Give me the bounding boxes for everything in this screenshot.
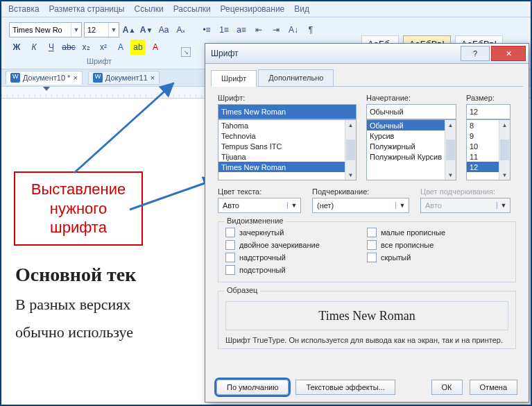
shrink-font-button[interactable]: A▼ <box>139 22 154 37</box>
close-icon[interactable]: × <box>73 74 77 82</box>
label-text-color: Цвет текста: <box>218 187 301 196</box>
chevron-down-icon[interactable]: ▼ <box>287 202 300 209</box>
ribbon-tabs: Вставка Разметка страницы Ссылки Рассылк… <box>1 1 531 17</box>
list-item[interactable]: Times New Roman <box>218 162 356 172</box>
scroll-thumb[interactable] <box>346 139 355 160</box>
sort-button[interactable]: A↓ <box>286 22 301 37</box>
ribbon-tab[interactable]: Рассылки <box>173 4 211 14</box>
checkbox-hidden[interactable]: скрытый <box>367 253 508 262</box>
checkbox-strikethrough[interactable]: зачеркнутый <box>225 228 367 237</box>
scrollbar[interactable]: ▲▼ <box>499 120 510 180</box>
decrease-indent-button[interactable]: ⇤ <box>251 22 266 37</box>
annotation-callout: Выставление нужного шрифта <box>14 171 143 246</box>
ribbon-tab[interactable]: Разметка страницы <box>49 4 125 14</box>
dialog-body: Шрифт: Times New Roman Tahoma Technovia … <box>205 87 529 356</box>
font-size-textbox[interactable]: 12 <box>466 104 510 119</box>
font-color-button[interactable]: A <box>148 40 163 55</box>
scroll-down-icon[interactable]: ▼ <box>500 170 509 180</box>
font-name-listbox[interactable]: Tahoma Technovia Tempus Sans ITC Tijuana… <box>218 119 357 180</box>
font-size-listbox[interactable]: 8 9 10 11 12 ▲▼ <box>466 119 510 180</box>
checkbox-all-caps[interactable]: все прописные <box>367 240 508 250</box>
document-tab[interactable]: Документ10 * × <box>6 71 83 85</box>
ribbon-group-font: ▼ ▼ A▲ A▼ Aa Aₓ Ж К Ч abc x₂ x² A ab <box>6 20 193 67</box>
scroll-up-icon[interactable]: ▲ <box>346 120 355 130</box>
dialog-titlebar[interactable]: Шрифт ? ✕ <box>205 44 529 64</box>
chevron-down-icon[interactable]: ▼ <box>395 202 409 209</box>
scrollbar[interactable]: ▲▼ <box>345 120 356 180</box>
superscript-button[interactable]: x² <box>96 40 111 55</box>
underline-dropdown[interactable]: (нет)▼ <box>312 198 409 213</box>
close-button[interactable]: ✕ <box>491 46 526 61</box>
highlight-button[interactable]: ab <box>130 40 146 55</box>
ribbon-tab[interactable]: Вид <box>294 4 309 14</box>
chevron-down-icon[interactable]: ▼ <box>71 23 81 37</box>
font-style-listbox[interactable]: Обычный Курсив Полужирный Полужирный Кур… <box>366 119 456 180</box>
text-effects-button[interactable]: Текстовые эффекты... <box>295 380 395 395</box>
list-item[interactable]: Tempus Sans ITC <box>218 141 356 151</box>
checkbox-double-strikethrough[interactable]: двойное зачеркивание <box>225 240 367 250</box>
scroll-down-icon[interactable]: ▼ <box>346 170 355 180</box>
help-button[interactable]: ? <box>461 46 490 61</box>
scroll-up-icon[interactable]: ▲ <box>446 120 455 130</box>
list-item[interactable]: Tijuana <box>218 151 356 162</box>
ribbon-tab[interactable]: Вставка <box>8 4 40 14</box>
scroll-thumb[interactable] <box>500 139 509 160</box>
font-name-input[interactable] <box>10 26 71 34</box>
underline-button[interactable]: Ч <box>44 40 59 55</box>
word-doc-icon <box>10 73 20 83</box>
indent-marker-icon[interactable] <box>43 87 50 96</box>
default-button[interactable]: По умолчанию <box>216 380 289 395</box>
italic-button[interactable]: К <box>26 40 42 55</box>
body-text: обычно используе <box>15 323 136 341</box>
scroll-up-icon[interactable]: ▲ <box>500 120 509 130</box>
checkbox-icon <box>367 253 377 262</box>
numbering-button[interactable]: 1≡ <box>216 22 232 37</box>
strikethrough-button[interactable]: abc <box>61 40 76 55</box>
checkbox-icon <box>225 228 235 237</box>
ok-button[interactable]: ОК <box>431 380 463 395</box>
list-item[interactable]: Tahoma <box>218 120 356 130</box>
subscript-button[interactable]: x₂ <box>78 40 94 55</box>
text-effects-button[interactable]: A <box>113 40 128 55</box>
bold-button[interactable]: Ж <box>9 40 24 55</box>
clear-formatting-button[interactable]: Aₓ <box>173 22 189 37</box>
font-dialog-launcher-icon[interactable]: ↘ <box>181 47 191 57</box>
list-item[interactable]: Полужирный <box>367 141 456 151</box>
tab-font[interactable]: Шрифт <box>211 70 257 87</box>
cancel-button[interactable]: Отмена <box>470 380 517 395</box>
ribbon-tab[interactable]: Ссылки <box>134 4 163 14</box>
close-icon[interactable]: × <box>151 74 155 82</box>
font-size-combo[interactable]: ▼ <box>84 22 119 37</box>
font-size-input[interactable] <box>85 26 108 34</box>
scrollbar[interactable]: ▲▼ <box>445 120 456 180</box>
text-color-dropdown[interactable]: Авто▼ <box>218 198 301 213</box>
heading-text: Основной тек <box>15 264 136 286</box>
bullets-button[interactable]: •≡ <box>199 22 214 37</box>
checkbox-icon <box>225 265 235 275</box>
chevron-down-icon[interactable]: ▼ <box>108 23 119 37</box>
checkbox-subscript[interactable]: подстрочный <box>225 265 367 275</box>
font-name-combo[interactable]: ▼ <box>9 22 82 37</box>
ribbon-tab[interactable]: Рецензирование <box>221 4 285 14</box>
label-size: Размер: <box>466 94 510 102</box>
show-marks-button[interactable]: ¶ <box>303 22 318 37</box>
list-item[interactable]: Technovia <box>218 130 356 141</box>
font-name-textbox[interactable]: Times New Roman <box>218 104 357 119</box>
checkbox-superscript[interactable]: надстрочный <box>225 253 367 262</box>
scroll-thumb[interactable] <box>446 139 455 160</box>
list-item[interactable]: Курсив <box>367 130 456 141</box>
checkbox-small-caps[interactable]: малые прописные <box>367 228 508 237</box>
list-item[interactable]: Полужирный Курсив <box>367 151 456 162</box>
font-style-textbox[interactable]: Обычный <box>366 104 456 119</box>
grow-font-button[interactable]: A▲ <box>121 22 137 37</box>
list-item[interactable]: Обычный <box>367 120 456 130</box>
effects-legend: Видоизменение <box>224 217 286 225</box>
dialog-title: Шрифт <box>208 49 459 58</box>
document-tab[interactable]: Документ11 × <box>88 71 160 85</box>
multilevel-list-button[interactable]: a≡ <box>234 22 249 37</box>
increase-indent-button[interactable]: ⇥ <box>268 22 284 37</box>
scroll-down-icon[interactable]: ▼ <box>446 170 455 180</box>
label-font: Шрифт: <box>218 94 357 102</box>
change-case-button[interactable]: Aa <box>156 22 171 37</box>
tab-advanced[interactable]: Дополнительно <box>258 69 334 86</box>
